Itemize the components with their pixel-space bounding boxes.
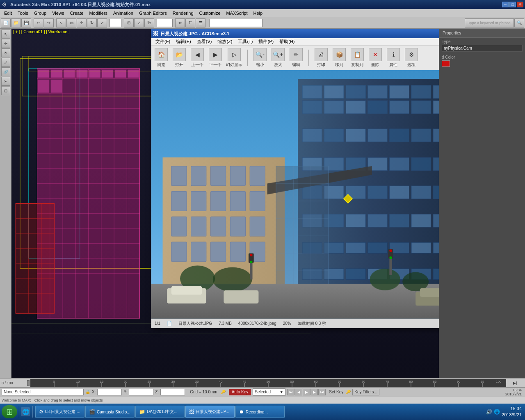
acdsee-copyto-button[interactable]: 📋 复制到 bbox=[350, 48, 365, 68]
angle-snap-button[interactable]: ⊿ bbox=[134, 18, 144, 27]
acdsee-zoomin-button[interactable]: 🔍+ 放大 bbox=[271, 48, 285, 68]
acdsee-edit-button[interactable]: ✏ 编辑 bbox=[289, 48, 304, 68]
menu-graph-editors[interactable]: Graph Editors bbox=[137, 10, 169, 16]
acdsee-slideshow-button[interactable]: ▷ 幻灯显示 bbox=[226, 48, 242, 68]
svg-rect-30 bbox=[76, 70, 87, 78]
rotate-button[interactable]: ↻ bbox=[87, 18, 97, 27]
acdsee-open-button[interactable]: 📂 打开 bbox=[172, 48, 187, 68]
scale-button[interactable]: ⤢ bbox=[97, 18, 107, 27]
anim-go-start-button[interactable]: ⏮ bbox=[287, 389, 294, 395]
svg-rect-124 bbox=[230, 192, 245, 211]
menu-views[interactable]: Views bbox=[50, 10, 66, 16]
timeline-scroll-start[interactable] bbox=[27, 380, 30, 386]
menu-help[interactable]: Help bbox=[251, 10, 265, 16]
taskbar-item-acdsee[interactable]: 🖼 日景人视公建.JP... bbox=[185, 406, 235, 418]
viewport-scene[interactable]: [ + ] [ Camera01 ] [ Wireframe ] bbox=[11, 29, 439, 378]
quick-launch-ie[interactable]: 🌐 bbox=[21, 407, 30, 416]
search-button[interactable]: 🔍 bbox=[514, 18, 524, 27]
acdsee-browse-button[interactable]: 🏠 浏览 bbox=[154, 48, 169, 68]
menu-maxscript[interactable]: MAXScript bbox=[224, 10, 250, 16]
svg-rect-116 bbox=[171, 166, 187, 186]
redo-button[interactable]: ↪ bbox=[44, 18, 54, 27]
acdsee-menu-view[interactable]: 查看(V) bbox=[194, 38, 215, 45]
move-tool-button[interactable]: ✛ bbox=[1, 39, 10, 48]
svg-rect-93 bbox=[346, 214, 365, 227]
menu-create[interactable]: Create bbox=[67, 10, 86, 16]
align-button[interactable]: ⇈ bbox=[185, 18, 195, 27]
open-button[interactable]: 📁 bbox=[11, 18, 21, 27]
select-tool-button[interactable]: ↖ bbox=[1, 30, 10, 39]
acdsee-move-button[interactable]: 📦 移到 bbox=[332, 48, 347, 68]
acdsee-props-button[interactable]: ℹ 属性 bbox=[386, 48, 401, 68]
menu-animation[interactable]: Animation bbox=[111, 10, 136, 16]
select-region-button[interactable]: ▭ bbox=[66, 18, 76, 27]
save-button[interactable]: 💾 bbox=[21, 18, 31, 27]
taskbar-item-3dsmax[interactable]: ⚙ 03.日景人视公建-... bbox=[35, 406, 84, 418]
acdsee-options-button[interactable]: ⚙ 选项 bbox=[404, 48, 419, 68]
layer-button[interactable]: ☰ bbox=[196, 18, 205, 27]
snap-button[interactable]: ⊞ bbox=[124, 18, 134, 27]
scale-tool-button[interactable]: ⤢ bbox=[1, 58, 10, 67]
view-dropdown[interactable]: View ▼ bbox=[157, 19, 173, 27]
restore-button[interactable]: □ bbox=[509, 2, 516, 7]
key-lock-icon: 🔑 bbox=[221, 390, 226, 394]
selection-set-dropdown[interactable]: Create Selection Se... ▼ bbox=[209, 19, 262, 27]
menu-customize[interactable]: Customize bbox=[197, 10, 223, 16]
menu-group[interactable]: Group bbox=[32, 10, 49, 16]
unlink-button[interactable]: ✂ bbox=[1, 77, 10, 86]
link-button[interactable]: 🔗 bbox=[1, 67, 10, 76]
svg-rect-26 bbox=[51, 70, 62, 78]
undo-button[interactable]: ↩ bbox=[34, 18, 43, 27]
auto-key-button[interactable]: Auto Key bbox=[229, 389, 251, 395]
svg-text:5: 5 bbox=[53, 380, 55, 383]
acdsee-menu-help[interactable]: 帮助(H) bbox=[277, 38, 297, 45]
acdsee-move-label: 移到 bbox=[335, 62, 343, 68]
acdsee-toolbar: 🏠 浏览 📂 打开 ◀ 上一个 ▶ 下一个 bbox=[151, 46, 439, 70]
menu-tools[interactable]: Tools bbox=[15, 10, 31, 16]
acdsee-prev-button[interactable]: ◀ 上一个 bbox=[190, 48, 205, 68]
acdsee-delete-button[interactable]: ✕ 删除 bbox=[368, 48, 383, 68]
taskbar-item-recording[interactable]: ⏺ Recording... bbox=[235, 406, 285, 418]
taskbar-item-folder[interactable]: 📁 DA@2013中文... bbox=[135, 406, 185, 418]
anim-next-frame-button[interactable]: ▶ bbox=[310, 389, 318, 395]
acdsee-menu-zoom[interactable]: 缩放(Z) bbox=[215, 38, 235, 45]
anim-prev-frame-button[interactable]: ◀ bbox=[295, 389, 302, 395]
selected-dropdown[interactable]: Selected ▼ bbox=[253, 388, 285, 396]
y-coordinate-input[interactable] bbox=[129, 389, 153, 395]
acdsee-next-button[interactable]: ▶ 下一个 bbox=[208, 48, 223, 68]
rotate-tool-button[interactable]: ↻ bbox=[1, 48, 10, 57]
minimize-button[interactable]: ─ bbox=[502, 2, 509, 7]
filter-arrow: ▼ bbox=[116, 21, 120, 25]
menu-edit[interactable]: Edit bbox=[2, 10, 14, 16]
new-button[interactable]: 📄 bbox=[1, 18, 11, 27]
close-button[interactable]: ✕ bbox=[517, 2, 523, 7]
mirror-button[interactable]: ⇔ bbox=[175, 18, 185, 27]
percent-snap-button[interactable]: % bbox=[144, 18, 154, 27]
systray-icon2[interactable]: 🌐 bbox=[494, 409, 500, 415]
z-coordinate-input[interactable] bbox=[160, 389, 185, 395]
acdsee-menu-tools[interactable]: 工具(T) bbox=[235, 38, 255, 45]
acdsee-menu-plugins[interactable]: 插件(P) bbox=[256, 38, 276, 45]
search-input[interactable]: Type a keyword or phrase bbox=[465, 18, 514, 27]
start-button[interactable]: ⊞ bbox=[2, 405, 17, 418]
acdsee-menu-edit[interactable]: 编辑(E) bbox=[173, 38, 194, 45]
acdsee-zoomout-button[interactable]: 🔍- 缩小 bbox=[253, 48, 267, 68]
color-swatch[interactable] bbox=[442, 60, 450, 67]
taskbar-item-camtasia[interactable]: 🎬 Camtasia Studio... bbox=[85, 406, 135, 418]
move-button[interactable]: ✛ bbox=[77, 18, 87, 27]
select-button[interactable]: ↖ bbox=[56, 18, 66, 27]
menu-rendering[interactable]: Rendering bbox=[170, 10, 196, 16]
bind-button[interactable]: ⊟ bbox=[1, 86, 10, 95]
svg-rect-53 bbox=[346, 85, 365, 98]
filter-dropdown[interactable]: All ▼ bbox=[110, 19, 121, 27]
menu-modifiers[interactable]: Modifiers bbox=[87, 10, 110, 16]
acdsee-copyto-label: 复制到 bbox=[351, 62, 363, 68]
x-coordinate-input[interactable] bbox=[97, 389, 122, 395]
anim-go-end-button[interactable]: ⏭ bbox=[318, 389, 326, 395]
svg-rect-105 bbox=[433, 242, 439, 253]
key-filters-button[interactable]: Key Filters... bbox=[352, 389, 379, 395]
systray-icon1[interactable]: 🔊 bbox=[486, 409, 492, 415]
anim-play-button[interactable]: ▶ bbox=[303, 389, 310, 395]
acdsee-menu-file[interactable]: 文件(F) bbox=[153, 38, 173, 45]
acdsee-print-button[interactable]: 🖨 打印 bbox=[314, 48, 329, 68]
